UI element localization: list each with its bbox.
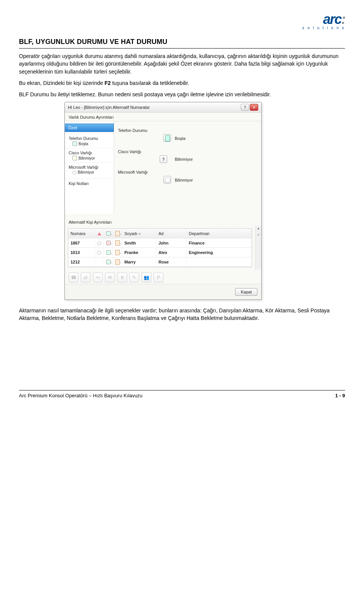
sidebar-item-kisi-notlari[interactable]: Kişi Notları — [65, 179, 114, 186]
tool-call-button[interactable]: ☎ — [69, 273, 78, 282]
cell-first: John — [156, 239, 187, 247]
col-departman[interactable]: Departman — [187, 229, 252, 238]
presence-header-icon — [106, 231, 111, 236]
table-row[interactable]: 1867 Smith John Finance — [68, 238, 252, 248]
presence-cell-icon — [106, 250, 111, 255]
alt-contacts-table: Numara Soyadı▼ Ad Departman 1867 Smith J… — [68, 228, 252, 267]
sidebar-sub-ms-bilinmiyor: Bilinmiyor — [65, 170, 114, 175]
dialog-sidebar: Özet Telefon Durumu Boşta Cisco Varlığı … — [65, 121, 114, 214]
col-status-icon[interactable] — [95, 229, 104, 238]
tool-hold-notes-button[interactable]: ✎ — [129, 273, 139, 282]
status-dot-icon — [97, 251, 101, 255]
note-cell-icon — [115, 240, 120, 246]
cell-num: 1867 — [68, 239, 95, 247]
cisco-varligi-label: Cisco Varlığı — [118, 149, 160, 154]
logo-text: arc — [323, 11, 341, 27]
presence-section-label: Varlık Durumu Ayrıntıları — [65, 113, 261, 121]
section-divider — [19, 48, 345, 49]
table-row[interactable]: 1013 Pranke Alex Engineering — [68, 248, 252, 257]
dialog-titlebar[interactable]: HI Leo - [Bilinmiyor] için Alternatif Nu… — [65, 102, 261, 113]
cell-dept — [187, 260, 252, 264]
tool-conference-button[interactable]: 👥 — [141, 273, 151, 282]
page-footer: Arc Premium Konsol Operatörü – Hızlı Baş… — [19, 390, 345, 398]
alt-contacts-section-label: Alternatif Kişi Ayrıntıları — [65, 214, 261, 226]
paragraph-3: BLF Durumu bu iletiyi tetiklemez. Bunun … — [19, 91, 345, 98]
brand-logo: arc: s o l u t i o n s — [19, 11, 345, 30]
dialog-toolbar: ☎ ⇄ ↪ ✉ ⏸ ✎ 👥 P — [65, 270, 261, 284]
sort-desc-icon: ▼ — [138, 232, 141, 236]
col-soyadi[interactable]: Soyadı▼ — [122, 229, 156, 238]
phone-status-icon — [163, 134, 171, 142]
tool-park-button[interactable]: P — [154, 273, 163, 282]
cell-first: Alex — [156, 248, 187, 257]
sidebar-item-microsoft-varligi[interactable]: Microsoft Varlığı — [65, 162, 114, 170]
microsoft-varligi-label: Microsoft Varlığı — [118, 170, 160, 174]
paragraph-2: Bu ekran, Dizindeki bir kişi üzerinde F2… — [19, 79, 345, 87]
logo-subtext: s o l u t i o n s — [302, 26, 345, 30]
footer-page-number: 1 - 9 — [335, 393, 345, 398]
col-ad[interactable]: Ad — [156, 229, 187, 238]
col-presence-icon[interactable] — [104, 229, 113, 238]
help-button[interactable]: ? — [241, 104, 249, 111]
cisco-varligi-value: Bilinmiyor — [175, 157, 193, 161]
dialog-window: HI Leo - [Bilinmiyor] için Alternatif Nu… — [64, 102, 262, 299]
footer-title: Arc Premium Konsol Operatörü – Hızlı Baş… — [19, 393, 143, 398]
tool-consult-transfer-button[interactable]: ⇄ — [81, 273, 91, 282]
scroll-up-icon: ▲ — [257, 227, 260, 230]
status-dot-icon — [97, 241, 101, 245]
paragraph-1: Operatör çağrıları uygunluk durumu atanm… — [19, 52, 345, 75]
sidebar-item-ozet[interactable]: Özet — [64, 124, 114, 132]
col-numara[interactable]: Numara — [68, 229, 95, 238]
note-header-icon — [115, 231, 120, 236]
close-window-button[interactable]: ✕ — [250, 104, 258, 111]
col-notes-icon[interactable] — [113, 229, 122, 238]
presence-cell-icon — [106, 260, 111, 264]
tool-blind-transfer-button[interactable]: ↪ — [93, 273, 103, 282]
paragraph-2a: Bu ekran, Dizindeki bir kişi üzerinde — [19, 80, 105, 86]
sidebar-item-telefon-durumu[interactable]: Telefon Durumu — [65, 133, 114, 141]
circle-icon — [72, 171, 76, 174]
question-icon — [72, 156, 77, 160]
presence-cell-icon — [106, 241, 111, 245]
cell-last: Marry — [122, 258, 156, 266]
table-scrollbar[interactable]: ▲≡ — [255, 226, 261, 269]
table-header-row: Numara Soyadı▼ Ad Departman — [68, 229, 252, 238]
cell-dept: Engineering — [187, 248, 252, 257]
cell-last: Pranke — [122, 248, 156, 257]
note-cell-icon — [115, 259, 120, 265]
ms-status-icon — [163, 176, 171, 183]
tool-voicemail-button[interactable]: ✉ — [105, 273, 115, 282]
table-row[interactable]: 1212 Marry Rose — [68, 257, 252, 267]
page-title: BLF, UYGUNLUK DURUMU VE HAT DURUMU — [19, 38, 345, 46]
unknown-icon: ? — [160, 155, 167, 163]
sidebar-item-cisco-varligi[interactable]: Cisco Varlığı — [65, 148, 114, 155]
cell-dept: Finance — [187, 239, 252, 247]
dialog-title: HI Leo - [Bilinmiyor] için Alternatif Nu… — [68, 105, 241, 110]
cell-num: 1212 — [68, 258, 95, 266]
sidebar-sub-cisco-bilinmiyor: Bilinmiyor — [65, 155, 114, 161]
paragraph-2-bold: F2 — [105, 80, 111, 86]
telefon-durumu-label: Telefon Durumu — [118, 128, 160, 133]
phone-icon — [72, 141, 77, 146]
note-cell-icon — [115, 250, 120, 255]
cell-first: Rose — [156, 258, 187, 266]
paragraph-4: Aktarmanın nasıl tamamlanacağı ile ilgil… — [19, 307, 345, 322]
paragraph-2b: tuşuna basılarak da tetiklenebilir. — [111, 80, 189, 86]
tool-hold-button[interactable]: ⏸ — [117, 273, 127, 282]
sidebar-sub-bosta: Boşta — [65, 141, 114, 146]
microsoft-varligi-value: Bilinmiyor — [175, 178, 193, 182]
detail-pane: Telefon Durumu Boşta Cisco Varlığı ? Bil… — [114, 121, 261, 214]
cell-last: Smith — [122, 239, 156, 247]
kapat-button[interactable]: Kapat — [235, 288, 257, 296]
triangle-icon — [97, 232, 101, 235]
telefon-durumu-value: Boşta — [175, 136, 185, 141]
cell-num: 1013 — [68, 248, 95, 257]
